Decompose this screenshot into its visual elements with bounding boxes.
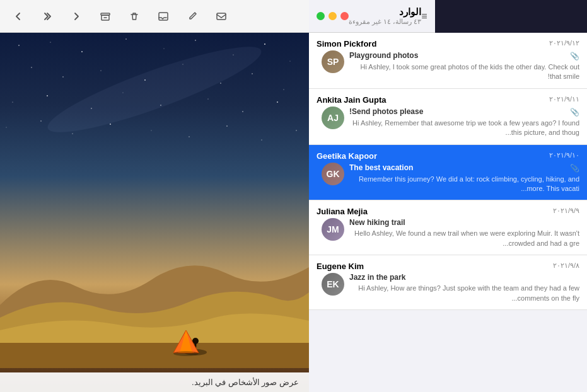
close-button[interactable] — [340, 12, 349, 20]
svg-point-13 — [290, 61, 291, 62]
image-caption: عرض صور الأشخاص في البريد. — [0, 372, 309, 392]
svg-point-32 — [72, 133, 73, 134]
image-panel: عرض صور الأشخاص في البريد. — [0, 33, 309, 392]
email-item-header: ٢٠٢١/٩/١٢ Simon Pickford — [317, 39, 579, 49]
svg-point-5 — [18, 45, 20, 46]
email-body-row: New hiking trail Hello Ashley, We found … — [317, 218, 579, 248]
attachment-icon: 📎 — [570, 164, 579, 173]
email-text-block: Jazz in the park Hi Ashley, How are thin… — [349, 273, 579, 303]
email-subject-row: 📎 Playground photos — [349, 50, 579, 61]
forward-all-button[interactable] — [39, 8, 55, 25]
email-sender: Juliana Mejia — [317, 207, 368, 216]
svg-point-36 — [226, 125, 228, 127]
email-sender: Eugene Kim — [317, 262, 364, 271]
email-preview: Hello Ashley, We found a new trail when … — [349, 229, 579, 248]
svg-point-20 — [252, 73, 253, 74]
avatar: AJ — [322, 107, 344, 129]
inbox-move-button[interactable] — [155, 8, 171, 25]
mail-button[interactable] — [213, 8, 230, 25]
email-item[interactable]: ٢٠٢١/٩/٩ Juliana Mejia New hiking trail … — [309, 200, 587, 255]
svg-point-6 — [50, 42, 50, 42]
email-subject: New hiking trail — [349, 218, 405, 227]
inbox-title-block: الوارد ٤٣ رسالة، ١٤ غير مقروءة — [349, 6, 421, 26]
email-item-header: ٢٠٢١/٩/١٠ Geetika Kapoor — [317, 151, 579, 161]
email-item-header: ٢٠٢١/٩/٩ Juliana Mejia — [317, 207, 579, 216]
svg-point-21 — [284, 89, 284, 90]
svg-point-10 — [195, 40, 196, 41]
svg-point-7 — [81, 51, 83, 52]
email-body-row: 📎 The best vacation Remember this journe… — [317, 163, 579, 194]
email-sender: Ankita Jain Gupta — [317, 95, 386, 105]
email-sender: Simon Pickford — [317, 39, 376, 49]
email-item[interactable]: ٢٠٢١/٩/١١ Ankita Jain Gupta 📎 Send photo… — [309, 89, 587, 145]
email-text-block: 📎 Playground photos Hi Ashley, I took so… — [349, 50, 579, 82]
inbox-subtitle: ٤٣ رسالة، ١٤ غير مقروءة — [349, 18, 421, 26]
back-button[interactable] — [10, 8, 26, 25]
svg-point-19 — [220, 83, 221, 83]
email-subject-row: 📎 The best vacation — [349, 163, 579, 173]
svg-rect-4 — [217, 13, 226, 20]
avatar: JM — [322, 218, 344, 241]
email-date: ٢٠٢١/٩/١٠ — [549, 151, 579, 159]
maximize-button[interactable] — [317, 12, 325, 20]
svg-point-39 — [42, 33, 268, 146]
email-panel: ٢٠٢١/٩/١٢ Simon Pickford 📎 Playground ph… — [309, 33, 587, 392]
forward-button[interactable] — [68, 8, 84, 25]
email-text-block: 📎 Send photos please! Hi Ashley, Remembe… — [349, 107, 579, 138]
svg-point-15 — [62, 76, 64, 78]
email-subject-row: New hiking trail — [349, 218, 579, 227]
email-body-row: Jazz in the park Hi Ashley, How are thin… — [317, 273, 579, 303]
svg-point-37 — [261, 139, 262, 140]
minimize-button[interactable] — [328, 12, 337, 20]
svg-point-14 — [31, 67, 32, 67]
email-date: ٢٠٢١/٩/١١ — [549, 95, 579, 103]
inbox-title: الوارد — [349, 6, 421, 18]
compose-button[interactable] — [184, 8, 201, 25]
email-subject-row: 📎 Send photos please! — [349, 107, 579, 117]
email-text-block: New hiking trail Hello Ashley, We found … — [349, 218, 579, 248]
svg-point-16 — [101, 71, 102, 71]
delete-button[interactable] — [126, 8, 142, 25]
toolbar — [0, 0, 309, 33]
attachment-icon: 📎 — [570, 108, 579, 117]
email-preview: Hi Ashley, I took some great photos of t… — [349, 62, 579, 82]
email-preview: Hi Ashley, Remember that awesome trip we… — [349, 118, 579, 138]
email-date: ٢٠٢١/٩/١٢ — [549, 39, 579, 47]
email-subject: Playground photos — [349, 51, 418, 60]
email-item[interactable]: ٢٠٢١/٩/١٢ Simon Pickford 📎 Playground ph… — [309, 33, 587, 89]
caption-text: عرض صور الأشخاص في البريد. — [192, 378, 299, 387]
email-date: ٢٠٢١/٩/٨ — [553, 262, 579, 270]
email-item-header: ٢٠٢١/٩/٨ Eugene Kim — [317, 262, 579, 271]
email-header: ≡ الوارد ٤٣ رسالة، ١٤ غير مقروءة — [309, 0, 435, 33]
email-item[interactable]: ٢٠٢١/٩/٨ Eugene Kim Jazz in the park Hi … — [309, 255, 587, 310]
avatar: GK — [322, 163, 344, 185]
main-container: عرض صور الأشخاص في البريد. ٢٠٢١/٩/١٢ Sim… — [0, 33, 587, 392]
svg-point-12 — [264, 43, 265, 45]
email-subject-row: Jazz in the park — [349, 273, 579, 282]
email-date: ٢٠٢١/٩/٩ — [553, 207, 579, 215]
svg-point-34 — [151, 130, 152, 131]
svg-point-38 — [296, 130, 296, 130]
email-subject: The best vacation — [349, 163, 413, 172]
email-list: ٢٠٢١/٩/١٢ Simon Pickford 📎 Playground ph… — [309, 33, 587, 392]
email-text-block: 📎 The best vacation Remember this journe… — [349, 163, 579, 194]
filter-icon[interactable]: ≡ — [421, 11, 427, 22]
email-body-row: 📎 Playground photos Hi Ashley, I took so… — [317, 50, 579, 82]
email-item-header: ٢٠٢١/٩/١١ Ankita Jain Gupta — [317, 95, 579, 105]
svg-point-27 — [207, 98, 208, 99]
email-subject: Send photos please! — [349, 107, 423, 116]
svg-point-33 — [110, 124, 111, 125]
email-preview: Hi Ashley, How are things? Just spoke wi… — [349, 284, 579, 303]
svg-rect-40 — [0, 343, 309, 368]
email-body-row: 📎 Send photos please! Hi Ashley, Remembe… — [317, 107, 579, 138]
email-item[interactable]: ٢٠٢١/٩/١٠ Geetika Kapoor 📎 The best vaca… — [309, 145, 587, 201]
email-subject: Jazz in the park — [349, 273, 405, 282]
archive-button[interactable] — [97, 8, 113, 25]
svg-point-29 — [277, 101, 278, 103]
svg-point-23 — [47, 95, 48, 96]
window-controls — [317, 12, 349, 20]
svg-point-28 — [242, 111, 243, 112]
email-preview: Remember this journey? We did a lot: roc… — [349, 175, 579, 194]
svg-point-30 — [6, 127, 7, 128]
svg-point-31 — [40, 120, 42, 122]
